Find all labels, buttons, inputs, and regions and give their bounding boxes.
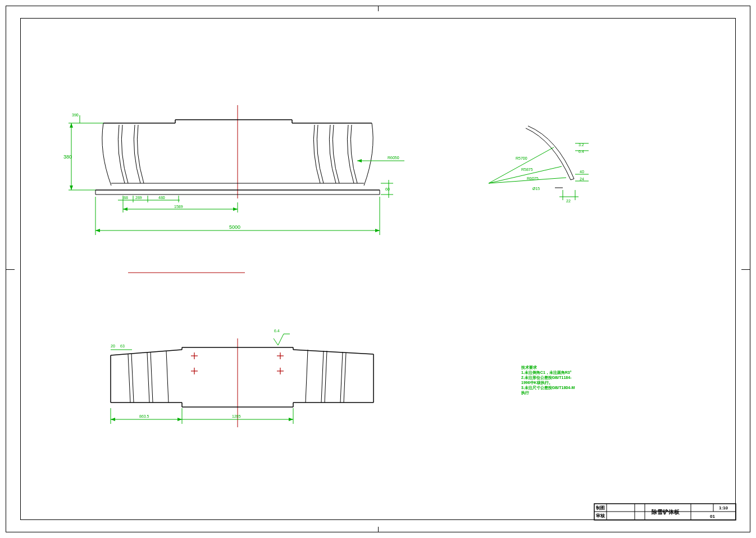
svg-text:3.未注尺寸公差按GB/T1804-M: 3.未注尺寸公差按GB/T1804-M [521, 385, 575, 390]
svg-line-70 [340, 352, 343, 403]
svg-line-69 [325, 351, 327, 403]
dim-r5875: R5875 [521, 168, 533, 171]
title-block: 制图 审核 除雪铲体板 1:10 01 [594, 504, 736, 520]
dim-1589: 1589 [174, 205, 183, 209]
svg-line-65 [151, 352, 153, 403]
dim-60: 60 [385, 187, 390, 191]
dim-24: 24 [580, 177, 584, 181]
dim-22: 22 [566, 199, 571, 203]
dim-380: 380 [63, 154, 72, 160]
svg-line-53 [293, 350, 374, 354]
svg-rect-8 [123, 183, 133, 190]
svg-line-71 [344, 352, 346, 403]
svg-text:执行: 执行 [521, 391, 529, 395]
svg-line-49 [111, 350, 182, 355]
dim-20: 20 [111, 344, 115, 348]
svg-line-63 [131, 354, 134, 403]
drawing-canvas: 390 380 60 R6050 88 289 480 1589 5000 [0, 0, 756, 538]
dim-r6050: R6050 [388, 156, 399, 160]
dim-r6075: R6075 [527, 177, 539, 180]
side-detail: R5700 R5875 R6075 3.2 6.4 40 24 Ø15 22 [489, 126, 589, 203]
svg-rect-9 [138, 183, 148, 190]
svg-rect-13 [234, 183, 244, 190]
svg-marker-27 [70, 186, 73, 190]
dim-5000: 5000 [229, 224, 240, 230]
svg-rect-16 [313, 183, 324, 190]
svg-line-91 [571, 179, 574, 180]
svg-text:1996中K级执行。: 1996中K级执行。 [521, 381, 553, 385]
svg-line-64 [147, 352, 149, 403]
dim-r5700: R5700 [516, 156, 527, 160]
dim-sv2: 6.4 [579, 150, 584, 153]
dim-480: 480 [158, 196, 165, 200]
svg-marker-87 [111, 418, 115, 421]
svg-marker-47 [375, 229, 380, 232]
svg-rect-92 [563, 180, 575, 188]
front-elevation: 390 380 60 R6050 88 289 480 1589 5000 [63, 105, 404, 235]
svg-line-68 [321, 351, 324, 403]
svg-text:审核: 审核 [596, 513, 605, 518]
svg-line-94 [489, 147, 554, 183]
svg-line-66 [166, 351, 168, 403]
dim-289: 289 [135, 196, 142, 200]
dim-390: 390 [72, 113, 79, 117]
svg-rect-17 [328, 183, 338, 190]
svg-rect-11 [183, 183, 193, 190]
surface-finish-symbol: 6.4 [274, 329, 290, 345]
svg-rect-15 [281, 183, 292, 190]
svg-marker-88 [177, 418, 182, 421]
svg-line-67 [306, 350, 308, 403]
dim-d15: Ø15 [532, 187, 540, 191]
svg-rect-14 [267, 183, 277, 190]
dim-88: 88 [124, 196, 128, 200]
dim-8635: 863.5 [139, 414, 149, 418]
svg-marker-90 [289, 418, 293, 421]
svg-text:2.未注形位公差按GB/T1184-: 2.未注形位公差按GB/T1184- [521, 375, 572, 380]
svg-rect-10 [168, 183, 179, 190]
sheet-number: 01 [710, 514, 715, 519]
drawing-scale: 1:10 [719, 505, 728, 510]
svg-marker-32 [357, 159, 362, 162]
svg-text:技术要求: 技术要求 [521, 365, 538, 370]
svg-text:制图: 制图 [595, 505, 605, 510]
svg-rect-6 [183, 128, 284, 142]
svg-line-62 [128, 354, 130, 403]
svg-marker-42 [233, 207, 238, 211]
svg-marker-26 [70, 123, 73, 128]
svg-text:6.4: 6.4 [274, 329, 280, 333]
svg-text:1.未注倒角C1，未注圆角R3°: 1.未注倒角C1，未注圆角R3° [521, 370, 572, 375]
plan-view: 20 63 6.4 863.5 1285 [111, 329, 374, 427]
technical-notes: 技术要求 1.未注倒角C1，未注圆角R3° 2.未注形位公差按GB/T1184-… [521, 365, 575, 395]
drawing-title: 除雪铲体板 [652, 509, 680, 515]
svg-rect-12 [219, 183, 229, 190]
dim-40: 40 [580, 170, 584, 174]
svg-marker-41 [123, 207, 127, 211]
dim-63: 63 [120, 344, 125, 348]
dim-1285: 1285 [232, 414, 241, 418]
svg-marker-46 [95, 229, 100, 232]
